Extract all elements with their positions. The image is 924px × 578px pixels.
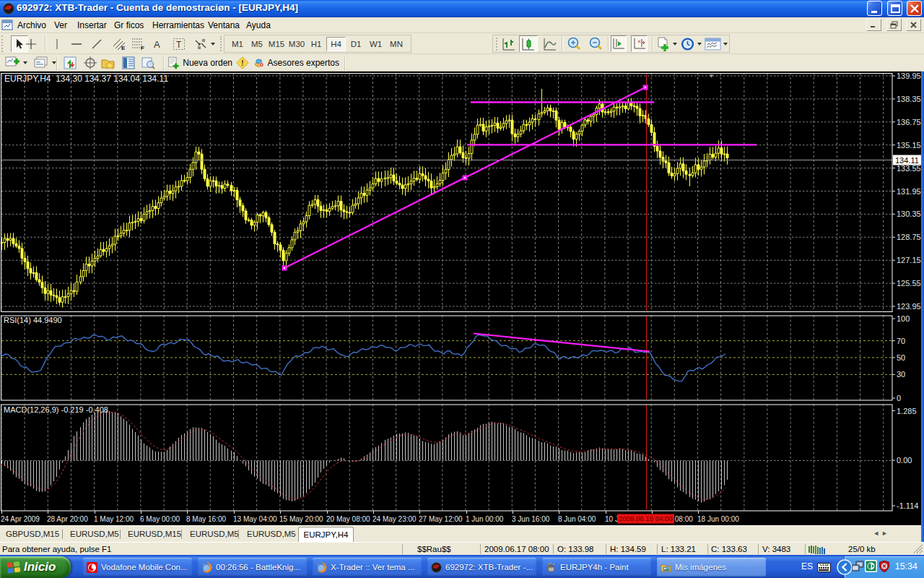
svg-text:70: 70 — [897, 337, 905, 345]
svg-text:127.15: 127.15 — [897, 256, 921, 264]
svg-text:13 May 04:00: 13 May 04:00 — [233, 515, 277, 523]
svg-text:100: 100 — [897, 314, 910, 323]
svg-text:30: 30 — [897, 370, 905, 379]
svg-text:8 May 16:00: 8 May 16:00 — [186, 515, 226, 523]
svg-text:135.15: 135.15 — [897, 141, 921, 150]
svg-text:RSI(14) 44.9490: RSI(14) 44.9490 — [4, 316, 62, 324]
svg-text:28 Apr 20:00: 28 Apr 20:00 — [47, 515, 88, 523]
svg-text:24 Apr 2009: 24 Apr 2009 — [1, 515, 40, 523]
svg-text:128.75: 128.75 — [897, 233, 921, 241]
svg-text:F: F — [141, 45, 144, 51]
svg-text:1.285: 1.285 — [897, 407, 917, 415]
svg-text:139.95: 139.95 — [897, 72, 921, 80]
svg-text:2009.06.15 04:00: 2009.06.15 04:00 — [619, 514, 673, 522]
svg-text:!: ! — [241, 59, 243, 67]
svg-text:6 May 00:00: 6 May 00:00 — [140, 515, 180, 523]
svg-text:A: A — [154, 39, 160, 50]
svg-text:50: 50 — [897, 353, 905, 362]
svg-text:T: T — [176, 40, 182, 50]
svg-text:15 May 20:00: 15 May 20:00 — [279, 515, 323, 523]
svg-text:MACD(12,26,9) -0.219 -0.408: MACD(12,26,9) -0.219 -0.408 — [4, 405, 108, 414]
svg-text:123.95: 123.95 — [897, 302, 921, 311]
svg-text:EURJPY,H4 134.30 134.37 134.0: EURJPY,H4 134.30 134.37 134.04 134.11 — [4, 74, 168, 84]
svg-text:E: E — [121, 45, 126, 51]
svg-text:-1.114: -1.114 — [897, 501, 918, 510]
svg-text:0.00: 0.00 — [897, 456, 912, 465]
svg-text:1 Jun 00:00: 1 Jun 00:00 — [466, 515, 504, 523]
svg-text:134.11: 134.11 — [895, 156, 919, 165]
svg-text:8 Jun 04:00: 8 Jun 04:00 — [558, 515, 596, 523]
svg-text:125.55: 125.55 — [897, 279, 921, 288]
svg-text:131.95: 131.95 — [897, 187, 921, 196]
svg-text:1 May 12:00: 1 May 12:00 — [94, 515, 134, 523]
svg-text:138.35: 138.35 — [897, 95, 921, 103]
svg-text:136.75: 136.75 — [897, 118, 921, 126]
svg-text:0: 0 — [897, 394, 901, 402]
svg-text:20 May 08:00: 20 May 08:00 — [326, 515, 370, 523]
svg-text:3 Jun 16:00: 3 Jun 16:00 — [512, 515, 550, 523]
svg-text:24 May 23:00: 24 May 23:00 — [372, 515, 417, 523]
svg-text:27 May 12:00: 27 May 12:00 — [419, 515, 463, 523]
svg-text:130.35: 130.35 — [897, 210, 921, 218]
svg-text:18 Jun 00:00: 18 Jun 00:00 — [697, 515, 739, 523]
